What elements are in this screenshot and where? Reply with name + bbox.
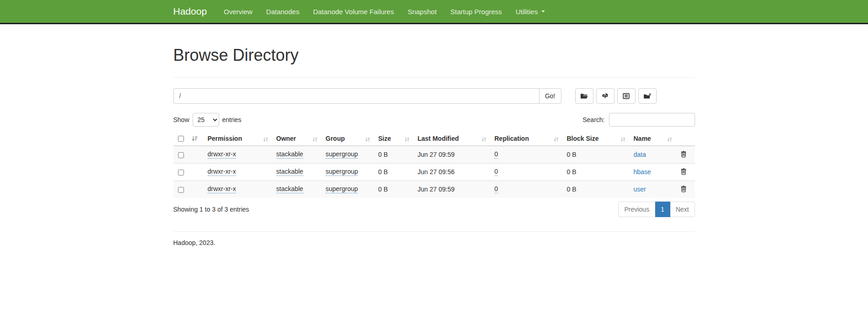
replication-cell[interactable]: 0 <box>495 185 498 193</box>
nav-item-datanodes[interactable]: Datanodes <box>259 1 307 22</box>
header-block-size[interactable]: Block Size <box>562 132 629 146</box>
sort-both-icon <box>404 136 410 144</box>
search-label: Search: <box>582 116 604 123</box>
block-size-cell: 0 B <box>562 146 629 164</box>
pagination-previous[interactable]: Previous <box>618 202 655 217</box>
replication-cell[interactable]: 0 <box>495 150 498 159</box>
table-row: drwxr-xr-x stackable supergroup 0 B Jun … <box>173 163 695 181</box>
table-row: drwxr-xr-x stackable supergroup 0 B Jun … <box>173 146 695 164</box>
delete-button[interactable] <box>680 150 687 159</box>
file-browser-table: Permission Owner Group <box>173 132 695 198</box>
page-size-select[interactable]: 25 <box>193 113 219 127</box>
permission-cell[interactable]: drwxr-xr-x <box>208 150 236 159</box>
block-size-cell: 0 B <box>562 181 629 198</box>
folder-move-icon <box>643 92 651 100</box>
trash-icon <box>680 187 687 194</box>
owner-cell[interactable]: stackable <box>276 150 303 159</box>
size-cell: 0 B <box>374 146 413 164</box>
pagination: Previous 1 Next <box>618 202 695 217</box>
trash-icon <box>680 170 687 176</box>
list-alt-icon <box>622 92 630 100</box>
header-owner[interactable]: Owner <box>272 132 321 146</box>
nav-item-overview[interactable]: Overview <box>217 1 259 22</box>
last-modified-cell: Jun 27 09:59 <box>413 146 490 164</box>
entries-label: entries <box>222 116 242 123</box>
permission-cell[interactable]: drwxr-xr-x <box>208 185 236 193</box>
replication-cell[interactable]: 0 <box>495 168 498 176</box>
nav-item-datanode-volume-failures[interactable]: Datanode Volume Failures <box>306 1 401 22</box>
nav-item-utilities-label: Utilities <box>516 8 538 16</box>
table-header-row: Permission Owner Group <box>173 132 695 146</box>
pagination-next[interactable]: Next <box>670 202 695 217</box>
row-checkbox[interactable] <box>178 152 184 158</box>
group-cell[interactable]: supergroup <box>326 168 358 176</box>
header-group[interactable]: Group <box>321 132 374 146</box>
sort-both-icon <box>313 136 318 144</box>
sort-both-icon <box>620 136 625 144</box>
navbar-menu: Overview Datanodes Datanode Volume Failu… <box>217 1 552 22</box>
nav-item-utilities[interactable]: Utilities <box>509 1 552 22</box>
group-cell[interactable]: supergroup <box>326 185 358 193</box>
table-search: Search: <box>582 113 695 127</box>
table-row: drwxr-xr-x stackable supergroup 0 B Jun … <box>173 181 695 198</box>
delete-button[interactable] <box>680 185 687 194</box>
sort-both-icon <box>554 136 559 144</box>
permission-cell[interactable]: drwxr-xr-x <box>208 168 236 176</box>
pagination-page-1[interactable]: 1 <box>655 202 670 217</box>
size-cell: 0 B <box>374 181 413 198</box>
row-checkbox[interactable] <box>178 187 184 193</box>
create-directory-button[interactable] <box>575 88 593 104</box>
last-modified-cell: Jun 27 09:56 <box>413 163 490 181</box>
search-input[interactable] <box>609 113 695 127</box>
nav-item-startup-progress[interactable]: Startup Progress <box>443 1 509 22</box>
footer-text: Hadoop, 2023. <box>173 239 695 246</box>
brand-hadoop[interactable]: Hadoop <box>173 6 211 17</box>
directory-link[interactable]: data <box>634 151 646 158</box>
delete-button[interactable] <box>680 168 687 176</box>
header-actions <box>676 132 695 146</box>
directory-path-input[interactable] <box>173 88 539 104</box>
sort-both-icon <box>365 136 370 144</box>
upload-file-button[interactable] <box>596 88 615 104</box>
sort-both-icon <box>667 136 672 144</box>
row-checkbox[interactable] <box>178 170 184 176</box>
page-length-control: Show 25 entries <box>173 113 242 127</box>
table-info: Showing 1 to 3 of 3 entries <box>173 206 249 213</box>
last-modified-cell: Jun 27 09:59 <box>413 181 490 198</box>
directory-input-group: Go! <box>173 88 561 104</box>
cut-paste-button[interactable] <box>617 88 636 104</box>
owner-cell[interactable]: stackable <box>276 168 303 176</box>
title-divider <box>173 77 695 78</box>
header-permission[interactable]: Permission <box>203 132 272 146</box>
explorer-action-buttons <box>575 88 657 104</box>
header-last-modified[interactable]: Last Modified <box>413 132 490 146</box>
page-title: Browse Directory <box>173 46 695 64</box>
directory-link[interactable]: user <box>634 186 646 193</box>
group-cell[interactable]: supergroup <box>326 150 358 159</box>
caret-down-icon <box>541 11 545 12</box>
header-size[interactable]: Size <box>374 132 413 146</box>
sort-both-icon <box>481 136 486 144</box>
select-all-header[interactable] <box>173 132 203 146</box>
trash-icon <box>680 152 687 159</box>
sort-amount-icon <box>192 135 198 142</box>
directory-link[interactable]: hbase <box>634 168 651 176</box>
move-button[interactable] <box>638 88 657 104</box>
sort-both-icon <box>263 136 268 144</box>
nav-item-snapshot[interactable]: Snapshot <box>401 1 443 22</box>
footer-divider <box>173 231 695 232</box>
show-label: Show <box>173 116 189 123</box>
select-all-checkbox[interactable] <box>178 136 184 142</box>
path-bar: Go! <box>173 88 695 104</box>
header-name[interactable]: Name <box>629 132 676 146</box>
top-navbar: Hadoop Overview Datanodes Datanode Volum… <box>0 0 868 24</box>
folder-open-icon <box>580 92 588 100</box>
header-replication[interactable]: Replication <box>490 132 562 146</box>
upload-icon <box>601 92 609 100</box>
go-button[interactable]: Go! <box>539 88 561 104</box>
owner-cell[interactable]: stackable <box>276 185 303 193</box>
size-cell: 0 B <box>374 163 413 181</box>
block-size-cell: 0 B <box>562 163 629 181</box>
